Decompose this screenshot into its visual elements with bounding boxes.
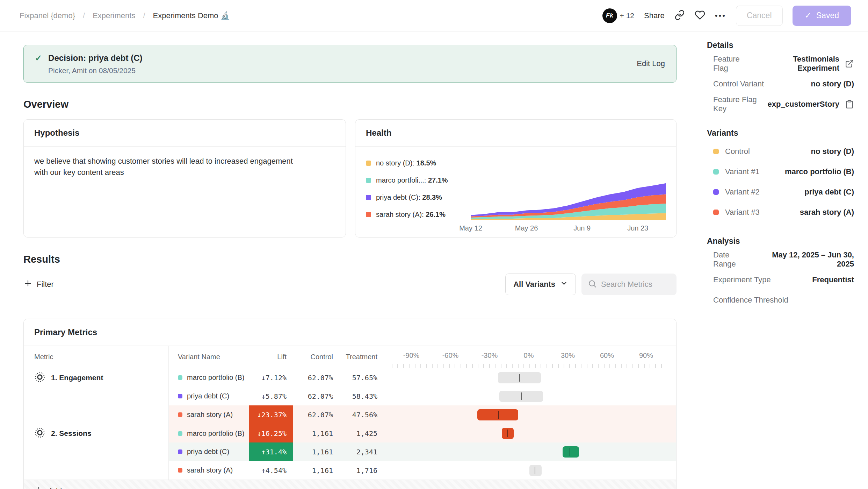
topbar-actions: Fk + 12 Share ••• Cancel ✓ Saved xyxy=(602,6,851,26)
legend-item: priya debt (C): 28.3% xyxy=(366,193,471,201)
collaborators: Fk + 12 xyxy=(602,8,634,23)
analysis-value: May 12, 2025 – Jun 30, 2025 xyxy=(754,250,854,269)
variant-slot-label: Control xyxy=(713,147,750,156)
external-link-icon[interactable] xyxy=(845,59,854,68)
variant-color-chip xyxy=(713,189,719,195)
metric-name: 1. Engagement xyxy=(51,374,103,382)
control-value: 1,161 xyxy=(293,424,339,442)
ci-center-tick xyxy=(519,374,520,382)
edit-log-button[interactable]: Edit Log xyxy=(637,59,665,68)
heart-icon xyxy=(695,10,705,21)
overview-title: Overview xyxy=(23,99,677,110)
ci-plot-area xyxy=(392,442,666,461)
analysis-row: Experiment TypeFrequentist xyxy=(707,270,854,290)
breadcrumb-current: Experiments Demo 🔬 xyxy=(153,11,230,20)
share-button[interactable]: Share xyxy=(644,11,665,20)
results-divider xyxy=(23,303,677,303)
metric-icon xyxy=(34,371,45,384)
variant-cell: priya debt (C) xyxy=(169,442,249,461)
detail-value: no story (D) xyxy=(811,79,854,88)
search-metrics-input[interactable] xyxy=(601,280,670,289)
variant-cell: sarah story (A) xyxy=(169,461,249,480)
ci-plot-area xyxy=(392,461,666,480)
ci-plot-area xyxy=(392,387,666,405)
analysis-title: Analysis xyxy=(707,236,854,246)
metric-cell xyxy=(24,405,169,424)
control-value: 1,161 xyxy=(293,442,339,461)
variant-name: priya debt (C) xyxy=(187,448,229,456)
detail-label: Control Variant xyxy=(713,79,764,88)
ci-plot-area xyxy=(392,405,666,424)
health-card: Health no story (D): 18.5%marco portfoli… xyxy=(355,119,677,238)
lift-cell: ↓5.87% xyxy=(249,387,293,405)
cancel-button[interactable]: Cancel xyxy=(736,6,783,26)
confidence-interval-cell xyxy=(384,387,676,405)
variant-cell: marco portfolio (B) xyxy=(169,424,249,442)
lift-cell: ↓23.37% xyxy=(249,405,293,424)
variant-color-chip xyxy=(713,169,719,175)
table-row: sarah story (A)↓23.37%62.07%47.56% xyxy=(24,405,676,424)
zero-line xyxy=(529,461,529,480)
axis-tick-label: 60% xyxy=(600,352,614,360)
confidence-interval-cell xyxy=(384,368,676,387)
detail-label: Feature Flag Key xyxy=(713,95,768,113)
metric-cell[interactable]: 2. Sessions xyxy=(24,424,169,442)
legend-item: no story (D): 18.5% xyxy=(366,159,471,167)
copy-link-button[interactable] xyxy=(674,10,685,21)
health-title: Health xyxy=(366,128,666,138)
lift-cell: ↑4.54% xyxy=(249,461,293,480)
variant-slot-name: Variant #1 xyxy=(725,167,760,176)
variant-color-chip xyxy=(178,449,182,454)
analysis-row: Confidence Threshold xyxy=(707,290,854,310)
lift-axis: -90%-60%-30%0%30%60%90% xyxy=(392,346,666,368)
variants-dropdown[interactable]: All Variants xyxy=(505,274,576,295)
ci-center-tick xyxy=(521,392,522,400)
table-row: priya debt (C)↓5.87%62.07%58.43% xyxy=(24,387,676,405)
collaborator-count[interactable]: + 12 xyxy=(620,12,634,20)
ci-bar xyxy=(563,446,579,458)
hypothesis-body: we believe that showing customer stories… xyxy=(24,147,314,187)
more-button[interactable]: ••• xyxy=(715,11,726,20)
breadcrumb-separator: / xyxy=(83,11,85,20)
favorite-button[interactable] xyxy=(695,10,705,21)
decision-check-icon: ✓ xyxy=(35,52,42,64)
axis-tick-label: 90% xyxy=(639,352,653,360)
breadcrumb-separator: / xyxy=(143,11,145,20)
ci-bar xyxy=(529,465,542,476)
legend-color-chip xyxy=(366,195,371,200)
add-metric-button[interactable]: Add xyxy=(24,480,676,489)
legend-label: priya debt (C): 28.3% xyxy=(376,193,442,201)
axis-tick-label: -60% xyxy=(442,352,459,360)
detail-value-text: Testimonials Experiment xyxy=(754,55,839,73)
variant-value: sarah story (A) xyxy=(800,208,854,217)
breadcrumb: Fixpanel {demo} / Experiments / Experime… xyxy=(20,11,230,20)
saved-button[interactable]: ✓ Saved xyxy=(793,6,852,26)
breadcrumb-project[interactable]: Fixpanel {demo} xyxy=(20,11,75,20)
variant-name: marco portfolio (B) xyxy=(187,430,245,438)
chevron-down-icon xyxy=(560,279,568,289)
lift-cell: ↓16.25% xyxy=(249,424,293,442)
axis-tick-label: 30% xyxy=(561,352,575,360)
variant-cell: marco portfolio (B) xyxy=(169,368,249,387)
legend-item: marco portfoli...: 27.1% xyxy=(366,176,471,184)
metric-cell xyxy=(24,387,169,405)
search-metrics-box xyxy=(581,274,677,295)
decision-text: Decision: priya debt (C) Picker, Amit on… xyxy=(48,52,142,75)
add-filter-button[interactable]: Filter xyxy=(23,279,54,290)
variant-color-chip xyxy=(178,468,182,473)
variant-slot-name: Control xyxy=(725,147,750,156)
clipboard-icon[interactable] xyxy=(845,100,854,109)
metric-cell[interactable]: 1. Engagement xyxy=(24,368,169,387)
variant-cell: priya debt (C) xyxy=(169,387,249,405)
control-value: 1,161 xyxy=(293,461,339,480)
confidence-interval-cell xyxy=(384,442,676,461)
breadcrumb-experiments[interactable]: Experiments xyxy=(93,11,135,20)
saved-label: Saved xyxy=(816,11,839,20)
details-sidebar: Details Feature FlagTestimonials Experim… xyxy=(694,31,868,489)
table-row: priya debt (C)↑31.4%1,1612,341 xyxy=(24,442,676,461)
legend-color-chip xyxy=(366,212,371,217)
confidence-interval-cell xyxy=(384,461,676,480)
zero-line xyxy=(529,405,529,424)
variant-row: Variant #1marco portfolio (B) xyxy=(707,162,854,182)
avatar[interactable]: Fk xyxy=(602,8,617,23)
